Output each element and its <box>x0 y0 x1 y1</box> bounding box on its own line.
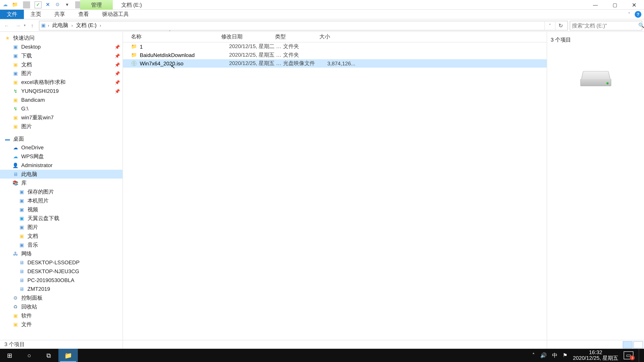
qat-accept-icon[interactable]: ✓ <box>34 1 42 8</box>
file-row[interactable]: 📁12020/12/15, 星期二 1...文件夹 <box>123 42 547 51</box>
tree-item[interactable]: 🖥DESKTOP-LSSOEDP <box>0 258 122 267</box>
tree-item[interactable]: ↯G:\ <box>0 104 122 113</box>
tree-item-label: 视频 <box>28 206 38 213</box>
chevron-right-icon[interactable]: › <box>46 23 51 28</box>
tree-item[interactable]: ▣视频 <box>0 205 122 214</box>
qat-properties-icon[interactable]: ⚙ <box>54 1 61 8</box>
tree-item[interactable]: ▣图片 <box>0 122 122 131</box>
tab-view[interactable]: 查看 <box>72 10 96 19</box>
network-icon: 🖧 <box>12 251 18 256</box>
tree-icon: ▣ <box>18 242 25 248</box>
start-button[interactable]: ⊞ <box>0 349 20 362</box>
view-details-button[interactable] <box>623 341 632 348</box>
chevron-right-icon[interactable]: › <box>70 23 74 28</box>
tab-share[interactable]: 共享 <box>48 10 72 19</box>
tree-item[interactable]: 📚库 <box>0 178 122 187</box>
tree-item[interactable]: 🖥ZMT2019 <box>0 285 122 294</box>
tree-item[interactable]: ▣下载📌 <box>0 51 122 60</box>
tree-item[interactable]: ▣天翼云盘下载 <box>0 214 122 223</box>
tab-drive[interactable]: 驱动器工具 <box>96 10 135 19</box>
security-icon[interactable]: ⚑ <box>563 352 568 359</box>
system-tray: ˄ 🔊 中 ⚑ 16:32 2020/12/25, 星期五 ▭ 3 <box>532 349 644 362</box>
pin-icon: 📌 <box>114 71 120 76</box>
computer-icon: 🖥 <box>18 278 25 283</box>
tree-item-label: Desktop <box>21 44 41 50</box>
col-name[interactable]: 名称˄ <box>123 33 221 41</box>
address-bar[interactable]: ▣ › 此电脑 › 文档 (E:) › ˅ ↻ <box>39 21 568 30</box>
address-dropdown-icon[interactable]: ˅ <box>544 21 555 30</box>
tree-item[interactable]: 🖥DESKTOP-NJEU3CG <box>0 267 122 276</box>
tree-network[interactable]: 🖧网络 <box>0 249 122 258</box>
taskbar-explorer[interactable]: 📁 <box>58 349 78 362</box>
file-row[interactable]: 📁BaiduNetdiskDownload2020/12/25, 星期五 1..… <box>123 51 547 59</box>
maximize-button[interactable]: ▢ <box>605 0 624 10</box>
tree-desktop[interactable]: ▬桌面 <box>0 134 122 143</box>
task-view-button[interactable]: ⧉ <box>39 349 58 362</box>
tree-item[interactable]: ▣本机照片 <box>0 196 122 205</box>
tree-item[interactable]: ▣Bandicam <box>0 95 122 104</box>
tree-item[interactable]: ▣Desktop📌 <box>0 42 122 51</box>
volume-icon[interactable]: 🔊 <box>540 352 547 359</box>
tree-item[interactable]: ▣文档📌 <box>0 60 122 69</box>
desktop-icon: ▬ <box>4 136 10 141</box>
show-desktop-button[interactable] <box>639 349 641 362</box>
tree-item[interactable]: ☁OneDrive <box>0 143 122 152</box>
tree-item[interactable]: ▣保存的图片 <box>0 187 122 196</box>
file-row[interactable]: 💿Win7x64_2020.iso2020/12/25, 星期五 1...光盘映… <box>123 59 547 67</box>
help-button[interactable]: ? <box>635 11 642 18</box>
tree-item-label: Bandicam <box>21 97 45 103</box>
tree-item[interactable]: ▣excel表格制作求和📌 <box>0 78 122 87</box>
search-icon[interactable]: 🔍 <box>638 23 644 28</box>
qat-cancel-icon[interactable]: ✕ <box>44 1 51 8</box>
breadcrumb-leaf[interactable]: 文档 (E:) <box>75 22 98 29</box>
ime-indicator[interactable]: 中 <box>552 352 558 359</box>
qat-dropdown-icon[interactable]: ▾ <box>64 1 71 8</box>
tab-file[interactable]: 文件 <box>0 10 24 19</box>
minimize-button[interactable]: ― <box>586 0 605 10</box>
tree-item[interactable]: ▣图片 <box>0 223 122 232</box>
tree-icon: ▣ <box>12 322 18 327</box>
tree-item[interactable]: ▣文件 <box>0 320 122 329</box>
tree-icon: ▣ <box>18 198 25 203</box>
clock-time: 16:32 <box>573 350 618 356</box>
tab-home[interactable]: 主页 <box>24 10 48 19</box>
refresh-button[interactable]: ↻ <box>555 21 566 30</box>
status-text: 3 个项目 <box>4 341 25 348</box>
ribbon-collapse-icon[interactable]: ˅ <box>628 12 630 17</box>
tree-item[interactable]: ▣图片📌 <box>0 69 122 78</box>
col-type[interactable]: 类型 <box>275 33 319 41</box>
nav-up-button[interactable]: ↑ <box>28 21 37 30</box>
qat-folder-icon[interactable]: 📁 <box>12 1 18 8</box>
tree-item[interactable]: ▣软件 <box>0 311 122 320</box>
search-input[interactable] <box>572 22 638 28</box>
tree-item[interactable]: ▣win7重装win7 <box>0 113 122 122</box>
nav-back-button[interactable]: ← <box>2 21 12 30</box>
tray-overflow-icon[interactable]: ˄ <box>532 352 535 359</box>
taskbar-clock[interactable]: 16:32 2020/12/25, 星期五 <box>573 350 618 361</box>
tree-item[interactable]: 👤Administrator <box>0 161 122 170</box>
qat-cloud-icon[interactable]: ☁ <box>2 1 9 8</box>
breadcrumb-root[interactable]: 此电脑 <box>52 22 69 29</box>
tree-item[interactable]: ♻回收站 <box>0 302 122 311</box>
nav-history-dropdown[interactable]: ▾ <box>24 23 26 27</box>
tree-item[interactable]: ↯YUNQISHI2019📌 <box>0 87 122 95</box>
tree-item[interactable]: ▣文档 <box>0 232 122 241</box>
search-box[interactable]: 🔍 <box>570 21 642 30</box>
tree-label: 桌面 <box>13 135 24 143</box>
nav-forward-button[interactable]: → <box>13 21 23 30</box>
col-date[interactable]: 修改日期 <box>221 33 275 41</box>
tree-item[interactable]: ⚙控制面板 <box>0 294 122 302</box>
col-size[interactable]: 大小 <box>319 33 348 41</box>
tree-item[interactable]: 🖥PC-20190530OBLA <box>0 276 122 285</box>
search-button[interactable]: ○ <box>20 349 39 362</box>
tree-item[interactable]: ▣音乐 <box>0 241 122 249</box>
tree-item[interactable]: 🖥此电脑 <box>0 170 122 179</box>
chevron-right-icon[interactable]: › <box>98 23 102 28</box>
action-center-button[interactable]: ▭ 3 <box>624 352 634 359</box>
tree-item[interactable]: ☁WPS网盘 <box>0 152 122 161</box>
sort-asc-icon: ˄ <box>169 30 171 34</box>
tree-quick-access[interactable]: ★快速访问 <box>0 33 122 42</box>
view-thumbnails-button[interactable] <box>634 341 643 348</box>
tree-icon: 🖥 <box>12 171 18 177</box>
close-button[interactable]: ✕ <box>624 0 644 10</box>
